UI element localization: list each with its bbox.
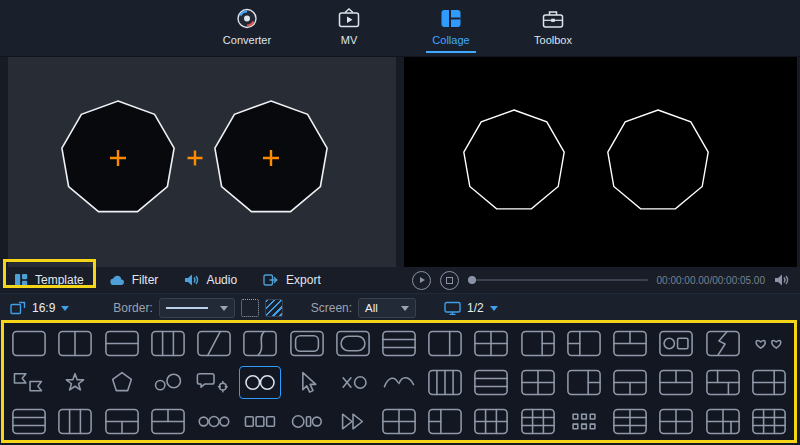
edit-canvas[interactable]: [8, 57, 396, 267]
template-thumb-bubbleGear[interactable]: [193, 366, 235, 399]
template-thumb-tTop[interactable]: [609, 327, 651, 360]
audio-speaker-icon: [184, 273, 199, 287]
template-thumb-grid32[interactable]: [609, 405, 651, 438]
template-thumb-hearts[interactable]: [748, 327, 790, 360]
template-thumb-gridUneven[interactable]: [702, 366, 744, 399]
template-thumb-grid22[interactable]: [655, 405, 697, 438]
page-indicator: 1/2: [467, 301, 484, 315]
tab-filter-label: Filter: [132, 273, 159, 287]
tab-template[interactable]: Template: [14, 273, 84, 287]
template-thumb-grid33[interactable]: [748, 405, 790, 438]
template-thumb-squares3[interactable]: [239, 405, 281, 438]
add-file-plus-icon[interactable]: [188, 151, 203, 166]
aspect-ratio-value: 16:9: [32, 301, 55, 315]
template-thumb-grid22[interactable]: [470, 327, 512, 360]
collage-icon: [439, 7, 463, 30]
tab-collage[interactable]: Collage: [415, 7, 487, 53]
seek-slider[interactable]: [468, 279, 648, 281]
time-display: 00:00:00.00/00:00:05.00: [657, 275, 765, 286]
volume-icon[interactable]: [774, 273, 790, 287]
template-thumb-stadium[interactable]: [332, 327, 374, 360]
page-dropdown[interactable]: 1/2: [444, 301, 498, 316]
template-thumb-grid33[interactable]: [517, 405, 559, 438]
aspect-ratio-dropdown[interactable]: 16:9: [10, 301, 69, 315]
chevron-down-icon: [401, 306, 409, 311]
converter-icon: [235, 7, 259, 30]
template-thumb-gridComplex[interactable]: [702, 405, 744, 438]
tab-audio[interactable]: Audio: [184, 273, 237, 287]
template-thumb-OO[interactable]: [239, 366, 281, 399]
tab-toolbox[interactable]: Toolbox: [517, 7, 589, 46]
chevron-down-icon: [61, 306, 69, 311]
border-line-sample: [166, 307, 208, 309]
border-group: Border:: [113, 298, 282, 318]
template-thumb-v2[interactable]: [54, 327, 96, 360]
template-thumb-tBottom[interactable]: [609, 366, 651, 399]
template-thumb-grid22[interactable]: [517, 366, 559, 399]
template-thumb-oO[interactable]: [147, 366, 189, 399]
template-thumb-curve[interactable]: [239, 327, 281, 360]
template-thumb-colRight[interactable]: [517, 327, 559, 360]
template-thumb-h2[interactable]: [101, 327, 143, 360]
tab-audio-label: Audio: [206, 273, 237, 287]
screen-label: Screen:: [311, 301, 352, 315]
template-thumb-h3[interactable]: [470, 366, 512, 399]
template-thumb-gridDots[interactable]: [563, 405, 605, 438]
template-thumb-hvR[interactable]: [748, 366, 790, 399]
stop-icon: [446, 277, 453, 284]
tab-converter[interactable]: Converter: [211, 7, 283, 46]
tab-export[interactable]: Export: [263, 273, 321, 287]
filter-cloud-icon: [110, 274, 125, 287]
tab-mv-label: MV: [341, 34, 358, 46]
template-thumb-waves[interactable]: [378, 366, 420, 399]
stop-button[interactable]: [440, 271, 459, 290]
template-thumb-v2off[interactable]: [424, 327, 466, 360]
template-thumb-xO[interactable]: [332, 366, 374, 399]
template-thumb-tTop[interactable]: [147, 405, 189, 438]
seek-handle[interactable]: [468, 276, 476, 284]
border-pattern-button[interactable]: [265, 299, 283, 317]
template-thumb-colRight[interactable]: [563, 366, 605, 399]
template-thumb-ffwd[interactable]: [332, 405, 374, 438]
template-thumb-tTop[interactable]: [655, 366, 697, 399]
sub-bar: Template Filter Audio Export: [0, 267, 800, 293]
template-thumb-rect[interactable]: [8, 327, 50, 360]
template-thumb-diag[interactable]: [193, 327, 235, 360]
template-thumb-pentagon[interactable]: [101, 366, 143, 399]
template-thumb-star[interactable]: [54, 366, 96, 399]
template-thumb-cursor[interactable]: [286, 366, 328, 399]
chevron-down-icon: [220, 306, 228, 311]
template-thumb-zig[interactable]: [702, 327, 744, 360]
template-thumb-grid23[interactable]: [470, 405, 512, 438]
preview-cell-shape: [608, 110, 708, 209]
preview-panel: [404, 57, 797, 267]
template-thumb-v3[interactable]: [147, 327, 189, 360]
template-thumb-v3[interactable]: [54, 405, 96, 438]
template-thumb-h3[interactable]: [8, 405, 50, 438]
template-thumb-h3[interactable]: [378, 327, 420, 360]
border-dashed-button[interactable]: [241, 299, 259, 317]
template-thumb-circSq[interactable]: [655, 327, 697, 360]
tab-collage-label: Collage: [432, 34, 469, 46]
monitor-icon: [444, 301, 461, 316]
template-thumb-colLeft[interactable]: [424, 405, 466, 438]
tab-filter[interactable]: Filter: [110, 273, 159, 287]
preview-cell-shape: [464, 110, 564, 209]
toolbox-icon: [541, 7, 565, 30]
play-button[interactable]: [412, 271, 431, 290]
template-thumb-colLeft[interactable]: [563, 327, 605, 360]
template-thumb-flags[interactable]: [8, 366, 50, 399]
template-row: [6, 324, 792, 363]
tab-mv[interactable]: MV: [313, 7, 385, 46]
template-thumb-rounded[interactable]: [286, 327, 328, 360]
stage: [0, 57, 800, 267]
template-thumb-v4[interactable]: [424, 366, 466, 399]
template-thumb-Odo[interactable]: [286, 405, 328, 438]
screen-select[interactable]: All: [358, 298, 416, 318]
border-style-dropdown[interactable]: [159, 298, 235, 318]
tab-toolbox-label: Toolbox: [534, 34, 572, 46]
template-thumb-grid22[interactable]: [378, 405, 420, 438]
screen-select-value: All: [365, 302, 378, 314]
template-thumb-tBottom[interactable]: [101, 405, 143, 438]
template-thumb-OoO[interactable]: [193, 405, 235, 438]
